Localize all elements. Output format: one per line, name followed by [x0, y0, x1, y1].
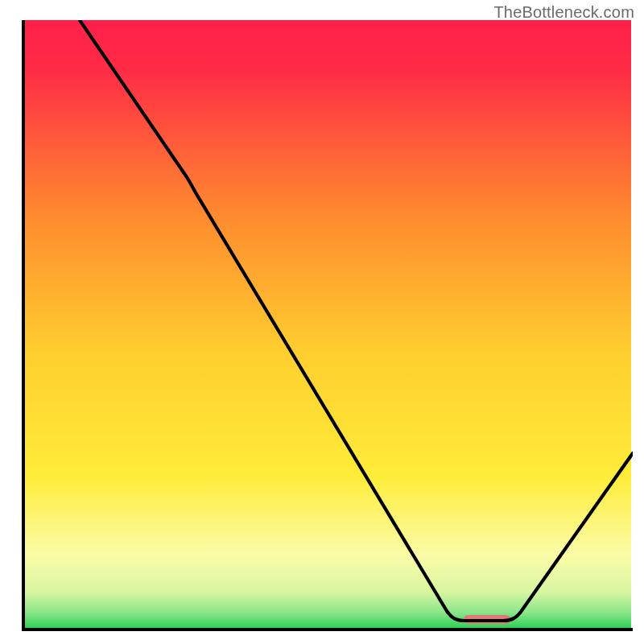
chart-background: [23, 20, 631, 628]
watermark-text: TheBottleneck.com: [493, 3, 634, 22]
chart-plot-area: [22, 20, 633, 631]
chart-svg: [22, 20, 633, 631]
